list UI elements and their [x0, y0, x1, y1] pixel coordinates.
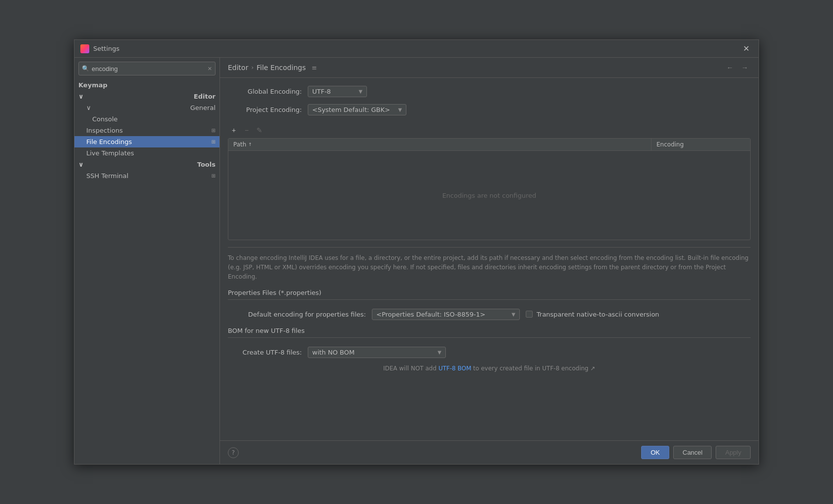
add-button[interactable]: + [228, 124, 240, 136]
create-utf8-caret: ▼ [437, 350, 441, 355]
panel-header: Editor › File Encodings ≡ ← → [220, 58, 759, 78]
properties-encoding-label: Default encoding for properties files: [228, 311, 366, 318]
project-encoding-row: Project Encoding: <System Default: GBK> … [228, 104, 751, 115]
table-header: Path ↑ Encoding [228, 139, 750, 151]
utf8-bom-link[interactable]: UTF-8 BOM [438, 365, 471, 372]
sidebar-item-editor[interactable]: ∨ Editor [74, 91, 219, 102]
global-encoding-select[interactable]: UTF-8 ▼ [308, 86, 367, 97]
global-encoding-row: Global Encoding: UTF-8 ▼ [228, 86, 751, 97]
create-utf8-value: with NO BOM [312, 349, 355, 356]
sidebar-item-ssh-terminal[interactable]: SSH Terminal ⊞ [74, 170, 219, 181]
help-button[interactable]: ? [228, 447, 239, 458]
close-button[interactable]: ✕ [740, 43, 753, 54]
project-encoding-value: <System Default: GBK> [312, 106, 390, 113]
project-encoding-caret: ▼ [398, 107, 402, 112]
header-nav: ← → [724, 63, 751, 72]
settings-icon-file-enc: ⊞ [212, 139, 216, 144]
column-path[interactable]: Path ↑ [228, 139, 652, 150]
empty-message: Encodings are not configured [442, 192, 537, 199]
encodings-table: Path ↑ Encoding Encodings are not config… [228, 138, 751, 240]
sidebar-item-file-encodings[interactable]: File Encodings ⊞ [74, 136, 219, 147]
search-box[interactable]: 🔍 ✕ [78, 62, 216, 75]
panel-body: Global Encoding: UTF-8 ▼ Project Encodin… [220, 78, 759, 440]
column-encoding[interactable]: Encoding [652, 139, 750, 150]
properties-section-title: Properties Files (*.properties) [228, 289, 751, 300]
project-encoding-select[interactable]: <System Default: GBK> ▼ [308, 104, 406, 115]
breadcrumb-current: File Encodings [256, 64, 306, 72]
dialog-content: 🔍 ✕ Keymap ∨ Editor ∨ General Console In… [74, 58, 759, 464]
description-text: To change encoding IntelliJ IDEA uses fo… [228, 247, 751, 282]
settings-dialog: Settings ✕ 🔍 ✕ Keymap ∨ Editor ∨ General [74, 39, 759, 465]
sort-arrow-icon: ↑ [248, 142, 252, 147]
settings-icon-inspections: ⊞ [212, 128, 216, 133]
ok-button[interactable]: OK [641, 446, 669, 459]
main-panel: Editor › File Encodings ≡ ← → Global Enc… [220, 58, 759, 464]
cancel-button[interactable]: Cancel [673, 446, 712, 459]
bom-info-text: IDEA will NOT add [383, 365, 438, 372]
transparent-conversion-checkbox[interactable] [526, 311, 533, 318]
create-utf8-label: Create UTF-8 files: [228, 349, 302, 356]
back-button[interactable]: ← [724, 63, 736, 72]
sidebar-item-inspections[interactable]: Inspections ⊞ [74, 125, 219, 136]
properties-section: Properties Files (*.properties) Default … [228, 289, 751, 320]
bom-section-title: BOM for new UTF-8 files [228, 327, 751, 338]
bom-info-row: IDEA will NOT add UTF-8 BOM to every cre… [228, 363, 751, 374]
transparent-conversion-row: Transparent native-to-ascii conversion [526, 311, 659, 318]
breadcrumb-separator: › [251, 64, 254, 71]
global-encoding-label: Global Encoding: [228, 88, 302, 95]
project-encoding-label: Project Encoding: [228, 106, 302, 113]
sidebar-item-tools[interactable]: ∨ Tools [74, 159, 219, 170]
global-encoding-caret: ▼ [359, 89, 362, 94]
properties-encoding-caret: ▼ [511, 312, 515, 317]
sidebar-item-keymap[interactable]: Keymap [74, 79, 219, 91]
sidebar-item-console[interactable]: Console [74, 113, 219, 125]
app-icon [80, 44, 89, 53]
create-utf8-row: Create UTF-8 files: with NO BOM ▼ [228, 347, 751, 358]
bom-info-text2: to every created file in UTF-8 encoding … [471, 365, 596, 372]
search-clear-icon[interactable]: ✕ [208, 66, 212, 72]
global-encoding-value: UTF-8 [312, 88, 331, 95]
remove-button[interactable]: − [241, 124, 253, 136]
properties-encoding-value: <Properties Default: ISO-8859-1> [376, 311, 485, 318]
create-utf8-select[interactable]: with NO BOM ▼ [308, 347, 446, 358]
table-section: + − ✎ Path ↑ Encoding [228, 122, 751, 240]
breadcrumb-parent: Editor [228, 64, 248, 72]
search-input[interactable] [92, 65, 208, 72]
panel-footer: ? OK Cancel Apply [220, 440, 759, 464]
footer-left: ? [228, 447, 637, 458]
settings-icon-ssh: ⊞ [212, 173, 216, 179]
edit-button[interactable]: ✎ [254, 124, 265, 136]
dialog-title: Settings [93, 45, 740, 52]
table-body-empty: Encodings are not configured [228, 151, 750, 240]
collapse-icon-general: ∨ [86, 104, 91, 111]
sidebar: 🔍 ✕ Keymap ∨ Editor ∨ General Console In… [74, 58, 220, 464]
search-icon: 🔍 [82, 65, 89, 72]
breadcrumb-settings-icon: ≡ [312, 64, 317, 72]
transparent-conversion-label: Transparent native-to-ascii conversion [537, 311, 659, 318]
table-toolbar: + − ✎ [228, 122, 751, 138]
breadcrumb: Editor › File Encodings ≡ [228, 64, 317, 72]
properties-encoding-select[interactable]: <Properties Default: ISO-8859-1> ▼ [372, 309, 520, 320]
apply-button[interactable]: Apply [716, 446, 751, 459]
properties-encoding-row: Default encoding for properties files: <… [228, 309, 751, 320]
title-bar: Settings ✕ [74, 40, 759, 58]
collapse-icon: ∨ [78, 93, 84, 100]
forward-button[interactable]: → [739, 63, 751, 72]
collapse-icon-tools: ∨ [78, 161, 84, 168]
sidebar-item-general[interactable]: ∨ General [74, 102, 219, 113]
bom-section: BOM for new UTF-8 files Create UTF-8 fil… [228, 327, 751, 374]
sidebar-item-live-templates[interactable]: Live Templates [74, 147, 219, 159]
